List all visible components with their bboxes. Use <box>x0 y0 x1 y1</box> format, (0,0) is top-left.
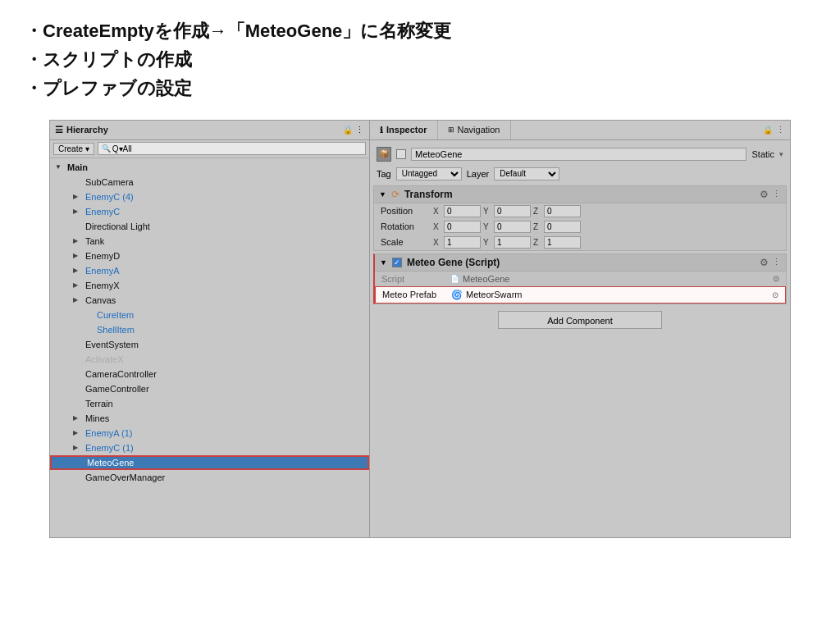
hierarchy-search[interactable]: 🔍 Q▾All <box>98 142 366 155</box>
rotation-label: Rotation <box>381 221 430 231</box>
tab-spacer <box>511 121 759 139</box>
rotation-x-input[interactable] <box>444 221 481 233</box>
hierarchy-item-label: EventSystem <box>85 340 139 349</box>
script-field-label: Script <box>381 274 447 284</box>
hierarchy-toolbar: Create ▾ 🔍 Q▾All <box>50 140 369 158</box>
expand-icon: ▶ <box>73 429 81 436</box>
hierarchy-item-label: EnemyA (1) <box>85 428 132 438</box>
scale-y-input[interactable] <box>494 236 531 249</box>
list-item[interactable]: ▶ EnemyC (1) <box>50 441 369 455</box>
hierarchy-title-row: ☰ Hierarchy <box>55 125 108 135</box>
list-item[interactable]: ▶ MeteoGene <box>50 455 369 470</box>
position-z-input[interactable] <box>544 205 581 217</box>
list-item[interactable]: ▶ Canvas <box>50 293 369 308</box>
prefab-target-icon[interactable]: ⊙ <box>772 290 778 299</box>
inspector-tab-icon: ℹ <box>380 126 383 135</box>
inspector-tab-label: Inspector <box>386 125 427 135</box>
hierarchy-panel: ☰ Hierarchy 🔒 ⋮ Create ▾ 🔍 Q▾All ▼ Main <box>50 121 370 537</box>
list-item[interactable]: ▶ EnemyC <box>50 204 369 219</box>
hierarchy-content: ▼ Main ▶ SubCamera ▶ EnemyC (4) ▶ EnemyC… <box>50 158 369 537</box>
z-axis-label: Z <box>533 207 541 216</box>
x-axis-label: X <box>433 207 441 216</box>
expand-icon: ▶ <box>73 193 81 200</box>
hierarchy-item-label: EnemyD <box>85 251 120 261</box>
expand-icon: ▶ <box>73 444 81 451</box>
hierarchy-item-label: Main <box>67 162 88 172</box>
list-item[interactable]: ▶ CureItem <box>50 308 369 322</box>
object-active-checkbox[interactable] <box>396 149 406 159</box>
list-item[interactable]: ▶ Directional Light <box>50 219 369 234</box>
y-axis-label: Y <box>483 207 491 216</box>
position-x-input[interactable] <box>444 205 481 217</box>
transform-expand-icon: ▼ <box>379 190 386 199</box>
script-name-text: MeteoGene <box>463 274 509 284</box>
layer-label: Layer <box>467 169 490 179</box>
add-component-button[interactable]: Add Component <box>498 311 662 329</box>
script-settings-icon[interactable]: ⚙ <box>760 257 769 268</box>
hierarchy-item-label: ShellItem <box>97 325 135 335</box>
hierarchy-header: ☰ Hierarchy 🔒 ⋮ <box>50 121 369 140</box>
hierarchy-item-label: EnemyA <box>85 266 120 276</box>
script-field-row: Script 📄 MeteoGene ⊙ <box>375 272 786 286</box>
list-item[interactable]: ▶ ActivateX <box>50 352 369 367</box>
list-item[interactable]: ▶ GameOverManager <box>50 470 369 485</box>
object-icon-shape: 📦 <box>379 149 389 158</box>
rotation-row: Rotation X Y Z <box>374 219 786 235</box>
position-xyz: X Y Z <box>433 205 779 217</box>
list-item[interactable]: ▶ EventSystem <box>50 337 369 352</box>
layer-select[interactable]: Default <box>494 167 559 180</box>
list-item[interactable]: ▶ EnemyX <box>50 278 369 293</box>
unity-editor: ☰ Hierarchy 🔒 ⋮ Create ▾ 🔍 Q▾All ▼ Main <box>49 120 791 538</box>
ry-axis-label: Y <box>483 222 491 231</box>
hierarchy-item-label: Canvas <box>85 295 116 305</box>
scale-x-input[interactable] <box>444 236 481 249</box>
tab-navigation[interactable]: ⊞ Navigation <box>438 121 511 139</box>
list-item[interactable]: ▶ SubCamera <box>50 175 369 189</box>
sz-axis-label: Z <box>533 238 541 247</box>
scale-z-input[interactable] <box>544 236 581 249</box>
prefab-name-text: MeteorSwarm <box>466 290 522 299</box>
script-target-icon[interactable]: ⊙ <box>773 274 779 283</box>
settings-icon[interactable]: ⚙ <box>760 189 769 200</box>
list-item[interactable]: ▶ Terrain <box>50 396 369 411</box>
object-name-input[interactable] <box>411 148 746 161</box>
rz-axis-label: Z <box>533 222 541 231</box>
script-file-icon: 📄 <box>450 275 459 283</box>
hierarchy-item-label: CameraController <box>85 369 157 379</box>
more-icon[interactable]: ⋮ <box>772 189 781 200</box>
list-item[interactable]: ▶ EnemyA <box>50 263 369 278</box>
list-item[interactable]: ▶ EnemyA (1) <box>50 426 369 441</box>
lock-tab-icon: 🔒 <box>763 126 773 135</box>
list-item[interactable]: ▶ GameController <box>50 381 369 396</box>
list-item[interactable]: ▶ EnemyC (4) <box>50 189 369 204</box>
list-item[interactable]: ▶ EnemyD <box>50 249 369 263</box>
tab-inspector[interactable]: ℹ Inspector <box>370 121 438 139</box>
rotation-z-input[interactable] <box>544 221 581 233</box>
create-button[interactable]: Create ▾ <box>53 143 94 155</box>
script-more-icon[interactable]: ⋮ <box>772 257 781 268</box>
list-item[interactable]: ▶ Mines <box>50 411 369 426</box>
expand-icon: ▼ <box>55 163 63 171</box>
checkmark-icon: ✓ <box>394 258 400 267</box>
rotation-y-input[interactable] <box>494 221 531 233</box>
hierarchy-item-label: Mines <box>85 413 109 423</box>
position-y-input[interactable] <box>494 205 531 217</box>
list-item[interactable]: ▶ ShellItem <box>50 322 369 337</box>
expand-icon: ▶ <box>73 281 81 289</box>
scale-label: Scale <box>381 237 430 247</box>
list-item[interactable]: ▶ CameraController <box>50 367 369 381</box>
static-dropdown-icon[interactable]: ▾ <box>779 150 783 158</box>
list-item[interactable]: ▶ Tank <box>50 234 369 249</box>
tag-select[interactable]: Untagged <box>396 167 462 180</box>
expand-icon: ▶ <box>73 237 81 244</box>
hierarchy-header-icons: 🔒 ⋮ <box>343 125 364 135</box>
tag-label: Tag <box>377 169 391 179</box>
inspector-content: 📦 Static ▾ Tag Untagged Layer Default <box>370 140 790 537</box>
expand-icon: ▶ <box>73 252 81 259</box>
list-item[interactable]: ▼ Main <box>50 160 369 175</box>
script-expand-icon: ▼ <box>380 258 387 267</box>
transform-icons: ⚙ ⋮ <box>760 189 781 200</box>
script-active-checkbox[interactable]: ✓ <box>392 258 402 267</box>
script-component-title: Meteo Gene (Script) <box>407 257 755 268</box>
object-icon: 📦 <box>377 147 391 162</box>
